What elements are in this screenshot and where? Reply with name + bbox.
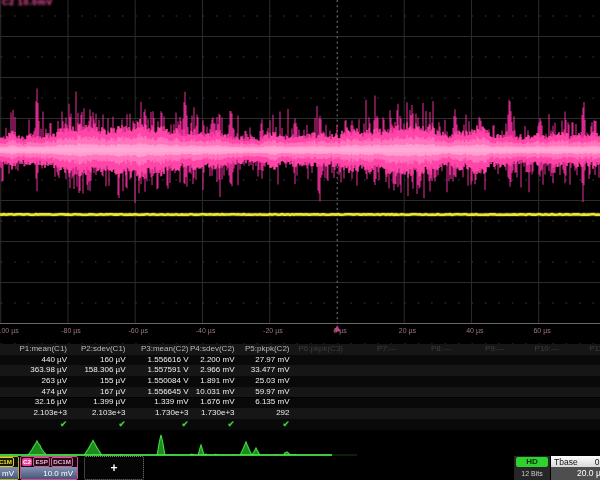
param-header: P2:sdev(C1) — [81, 344, 125, 355]
time-axis-label: 40 µs — [445, 327, 505, 334]
measure-column-p3[interactable]: P3:mean(C2)1.556616 V1.557591 V1.550084 … — [141, 344, 189, 430]
param-value: 33.477 mV — [245, 365, 289, 376]
measure-column-p4[interactable]: P4:sdev(C2)2.200 mV2.966 mV1.891 mV10.03… — [190, 344, 234, 430]
param-value: 1.891 mV — [190, 376, 234, 387]
param-value: 2.966 mV — [190, 365, 234, 376]
time-axis-label: 60 µs — [512, 327, 572, 334]
param-header-inactive[interactable]: P8:--- — [431, 344, 451, 355]
param-header: P1:mean(C1) — [19, 344, 67, 355]
param-value: 1.730e+3 — [190, 408, 234, 419]
param-header-inactive[interactable]: P6:pkpk(C3) — [299, 344, 343, 355]
measure-column-p1[interactable]: P1:mean(C1)440 µV363.98 µV263 µV474 µV32… — [19, 344, 67, 430]
c1-coupling-badge: DC1M — [0, 457, 14, 467]
channel-descriptor-c2[interactable]: C2 ESP DC1M 10.0 mV — [20, 456, 78, 480]
param-header-inactive[interactable]: P10:--- — [535, 344, 559, 355]
param-value: 6.135 mV — [245, 397, 289, 408]
param-value: 363.98 µV — [19, 365, 67, 376]
status-check-icon: ✔ — [19, 419, 67, 430]
trace-label: C2 10.0mV — [2, 0, 53, 7]
param-value: 158.306 µV — [81, 365, 125, 376]
time-axis-label: -20 µs — [243, 327, 303, 334]
time-axis-label: 20 µs — [378, 327, 438, 334]
time-axis-label: -100 µs — [0, 327, 37, 334]
c1-scale: 10.0 mV — [0, 467, 18, 479]
timebase-box[interactable]: Tbase 0.00 s 20.0 µs — [551, 456, 600, 480]
plus-icon: + — [110, 461, 117, 475]
hd-badge: HD — [516, 457, 548, 467]
param-value: 440 µV — [19, 355, 67, 366]
status-check-icon: ✔ — [245, 419, 289, 430]
c1-trace — [0, 214, 600, 215]
measure-column-p2[interactable]: P2:sdev(C1)160 µV158.306 µV155 µV167 µV1… — [81, 344, 125, 430]
param-value: 1.556645 V — [141, 387, 189, 398]
param-value: 263 µV — [19, 376, 67, 387]
param-value: 59.97 mV — [245, 387, 289, 398]
status-check-icon: ✔ — [141, 419, 189, 430]
param-value: 1.399 µV — [81, 397, 125, 408]
param-header-inactive[interactable]: P9:--- — [485, 344, 505, 355]
measure-column-p5[interactable]: P5:pkpk(C2)27.97 mV33.477 mV25.03 mV59.9… — [245, 344, 289, 430]
param-value: 2.200 mV — [190, 355, 234, 366]
tbase-label: Tbase — [551, 457, 578, 467]
param-value: 155 µV — [81, 376, 125, 387]
time-axis-label: -80 µs — [41, 327, 101, 334]
param-value: 1.557591 V — [141, 365, 189, 376]
histogram-trace — [0, 435, 332, 455]
param-value: 25.03 mV — [245, 376, 289, 387]
param-value: 292 — [245, 408, 289, 419]
time-axis-label: -60 µs — [108, 327, 168, 334]
param-value: 2.103e+3 — [19, 408, 67, 419]
param-header: P3:mean(C2) — [141, 344, 189, 355]
param-value: 2.103e+3 — [81, 408, 125, 419]
c2-id-badge: C2 — [22, 458, 32, 466]
tbase-delay: 0.00 s — [595, 457, 600, 467]
param-value: 27.97 mV — [245, 355, 289, 366]
param-value: 1.550084 V — [141, 376, 189, 387]
c2-scale: 10.0 mV — [21, 467, 77, 479]
tbase-scale: 20.0 µs — [577, 468, 600, 478]
c2-coupling-badge: DC1M — [51, 457, 73, 467]
param-value: 167 µV — [81, 387, 125, 398]
channel-descriptor-c1[interactable]: C1 DC1M 10.0 mV — [0, 456, 19, 480]
bits-label: 12 Bits — [514, 468, 550, 479]
param-value: 474 µV — [19, 387, 67, 398]
param-value: 1.556616 V — [141, 355, 189, 366]
param-header: P4:sdev(C2) — [190, 344, 234, 355]
param-value: 1.730e+3 — [141, 408, 189, 419]
param-header-inactive[interactable]: P11:--- — [589, 344, 600, 355]
param-value: 1.339 mV — [141, 397, 189, 408]
param-value: 1.676 mV — [190, 397, 234, 408]
add-trace-button[interactable]: + — [84, 456, 144, 480]
acquisition-mode-box[interactable]: HD 12 Bits — [514, 456, 550, 480]
c2-bwl-badge: ESP — [33, 457, 49, 467]
time-axis-label: 0 µs — [310, 327, 370, 334]
time-axis-label: -40 µs — [176, 327, 236, 334]
param-header: P5:pkpk(C2) — [245, 344, 289, 355]
param-value: 32.16 µV — [19, 397, 67, 408]
param-header-inactive[interactable]: P7:--- — [377, 344, 397, 355]
status-check-icon: ✔ — [81, 419, 125, 430]
param-value: 160 µV — [81, 355, 125, 366]
status-check-icon: ✔ — [190, 419, 234, 430]
param-value: 10.031 mV — [190, 387, 234, 398]
